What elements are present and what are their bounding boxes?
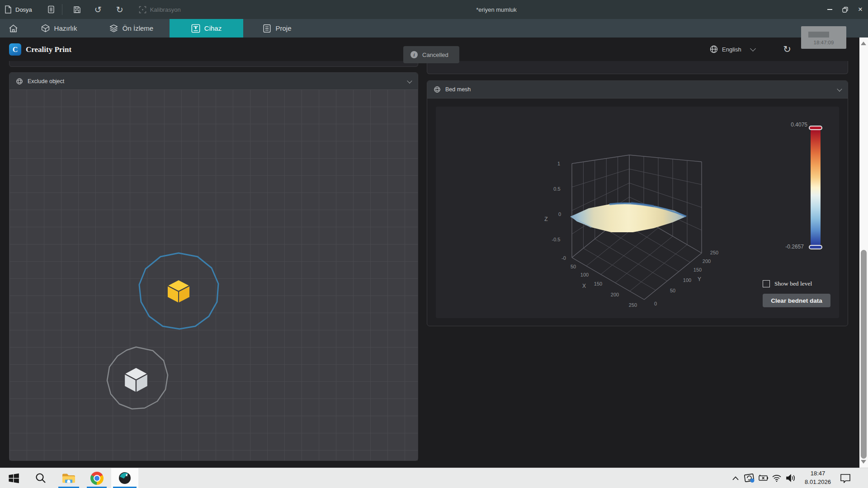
tray-date: 8.01.2026 — [799, 478, 836, 487]
scroll-down-icon[interactable] — [861, 460, 866, 464]
network-tray-icon[interactable] — [769, 468, 784, 488]
list-icon — [47, 5, 55, 14]
x-axis-label: X — [582, 283, 586, 289]
tray-expand-button[interactable] — [729, 468, 742, 488]
title-bar: Dosya ↺ ↻ Kalibrasyon *eriyen mumluk — [0, 0, 868, 19]
y-tick: 100 — [683, 277, 691, 283]
refresh-button[interactable]: ↻ — [780, 42, 794, 56]
tray-clock[interactable]: 18:47 8.01.2026 — [799, 469, 836, 487]
start-button[interactable] — [0, 468, 27, 488]
y-axis-label: Y — [698, 276, 701, 282]
action-center-button[interactable] — [836, 468, 854, 488]
scroll-up-icon[interactable] — [861, 42, 866, 45]
chevron-down-icon — [750, 46, 756, 52]
bed-mesh-surface — [571, 203, 686, 232]
tray-chevron-icon — [732, 476, 739, 480]
z-tick: 1 — [557, 161, 560, 166]
tab-home[interactable] — [0, 19, 26, 38]
object-cube-yellow[interactable] — [167, 280, 190, 303]
battery-tray-icon[interactable] — [756, 468, 770, 488]
chrome-icon — [90, 472, 104, 485]
app-logo-letter: C — [13, 46, 18, 54]
colorbar-max: 0.4075 — [776, 122, 807, 128]
undo-icon: ↺ — [94, 5, 102, 15]
globe-icon — [710, 45, 718, 53]
x-tick: 50 — [571, 264, 576, 269]
restore-icon — [842, 7, 848, 13]
close-button[interactable]: × — [853, 0, 868, 19]
toast-message: Cancelled — [422, 52, 448, 58]
calibration-icon — [139, 6, 146, 14]
calibration-button[interactable]: Kalibrasyon — [134, 0, 185, 19]
tab-on-izleme[interactable]: Ön İzleme — [99, 19, 163, 38]
z-axis-label: Z — [544, 216, 547, 222]
document-icon — [5, 5, 12, 14]
scrolled-panel-remnant-left — [9, 61, 418, 67]
colorbar — [811, 130, 821, 245]
vertical-scrollbar[interactable] — [859, 38, 868, 468]
colorbar-min-handle[interactable] — [809, 245, 822, 249]
bed-mesh-plot[interactable]: 1 0.5 0 -0.5 Z -0 50 100 150 200 250 X 0… — [436, 107, 839, 318]
y-tick: 250 — [710, 250, 718, 255]
file-menu-label: Dosya — [15, 6, 32, 13]
undo-button[interactable]: ↺ — [90, 0, 106, 19]
file-menu[interactable]: Dosya — [0, 0, 37, 19]
exclude-object-overlay — [9, 89, 418, 461]
save-button[interactable] — [69, 0, 85, 19]
exclude-object-title: Exclude object — [28, 78, 64, 84]
overlay-clock-box — [801, 26, 846, 49]
redo-icon: ↻ — [116, 5, 123, 15]
minimize-button[interactable] — [822, 0, 837, 19]
z-tick: 0 — [558, 211, 561, 217]
document-title: *eriyen mumluk — [476, 0, 517, 19]
chevron-down-icon[interactable] — [837, 86, 842, 91]
overlay-clock-text: 18:47:09 — [801, 40, 846, 45]
excluded-object[interactable] — [107, 347, 168, 409]
tray-time: 18:47 — [799, 469, 836, 478]
clear-bednet-data-button[interactable]: Clear bednet data — [763, 294, 830, 307]
mesh-icon — [16, 78, 23, 85]
z-tick: 0.5 — [553, 186, 560, 192]
volume-tray-icon[interactable] — [783, 468, 798, 488]
project-list-icon — [263, 24, 271, 33]
search-button[interactable] — [27, 468, 54, 488]
x-tick: 150 — [594, 281, 602, 286]
save-icon — [73, 6, 81, 14]
show-bed-level-row: Show bed level — [763, 280, 812, 287]
tab-hazirlik[interactable]: Hazırlık — [32, 19, 86, 38]
file-explorer-icon — [61, 472, 76, 484]
creality-print-button[interactable] — [111, 468, 138, 488]
chevron-down-icon[interactable] — [407, 78, 412, 83]
tab-cihaz-label: Cihaz — [204, 24, 222, 32]
home-icon — [9, 24, 18, 33]
colorbar-max-handle[interactable] — [809, 126, 822, 130]
tab-on-izleme-label: Ön İzleme — [123, 24, 153, 32]
recent-files-button[interactable] — [43, 0, 59, 19]
prepare-box-icon — [41, 23, 50, 33]
chrome-button[interactable] — [83, 468, 110, 488]
show-bed-level-checkbox[interactable] — [763, 280, 770, 287]
restore-button[interactable] — [837, 0, 853, 19]
selected-object[interactable] — [139, 253, 218, 329]
app-logo: C — [9, 43, 21, 56]
tablet-mode-tray-icon[interactable] — [742, 468, 757, 488]
tab-proje-label: Proje — [275, 24, 291, 32]
tab-cihaz[interactable]: Cihaz — [170, 19, 243, 38]
refresh-icon: ↻ — [783, 44, 791, 55]
file-explorer-button[interactable] — [55, 468, 82, 488]
bed-mesh-header[interactable]: Bed mesh — [427, 81, 848, 99]
redo-button[interactable]: ↻ — [112, 0, 128, 19]
y-tick: 200 — [703, 258, 711, 264]
exclude-object-header[interactable]: Exclude object — [9, 73, 418, 90]
object-cube-gray[interactable] — [124, 367, 148, 393]
preview-layers-icon — [109, 23, 118, 33]
tab-proje[interactable]: Proje — [252, 19, 302, 38]
toolbar-separator — [62, 4, 62, 15]
search-icon — [35, 472, 47, 484]
scrollbar-thumb[interactable] — [861, 250, 867, 459]
language-selector[interactable]: English — [710, 43, 755, 55]
main-tab-bar: Hazırlık Ön İzleme Cihaz Proje — [0, 19, 868, 38]
wifi-icon — [772, 474, 782, 482]
overlay-clock-tab — [808, 32, 829, 38]
close-icon: × — [858, 5, 863, 14]
